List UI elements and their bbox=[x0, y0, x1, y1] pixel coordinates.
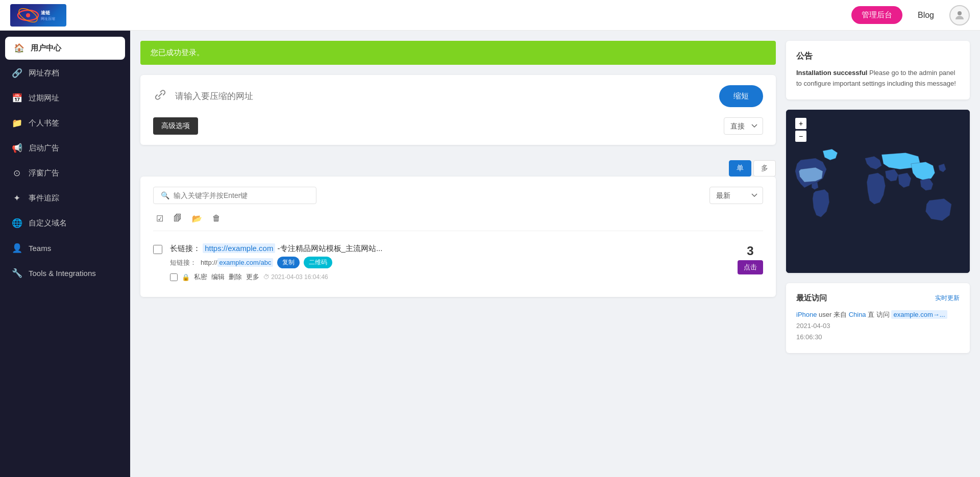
content-area: 您已成功登录。 缩短 高级选项 bbox=[140, 41, 970, 353]
announcement-title: 公告 bbox=[796, 51, 960, 62]
privacy-checkbox[interactable] bbox=[170, 273, 178, 281]
visit-item: iPhone user 来自 China 直 访问 example.com→..… bbox=[796, 309, 960, 343]
select-all-icon[interactable]: ☑ bbox=[153, 212, 166, 225]
recent-title: 最近访问 bbox=[796, 293, 827, 303]
links-card: 🔍 最新 最旧 最多点击 ☑ 🗐 📂 🗑 bbox=[140, 177, 776, 297]
top-nav: 速链 网址压缩 管理后台 Blog bbox=[0, 0, 980, 31]
short-url-label: 短链接： bbox=[170, 258, 197, 267]
time-text: 2021-04-03 16:04:46 bbox=[271, 273, 328, 281]
delete-action-icon[interactable]: 🗑 bbox=[209, 212, 224, 225]
long-url-suffix: -专注精品网站模板_主流网站... bbox=[278, 244, 383, 253]
click-button[interactable]: 点击 bbox=[738, 260, 763, 274]
announcement-bold: Installation successful bbox=[796, 69, 867, 77]
right-panel: 公告 Installation successful Please go to … bbox=[776, 41, 970, 353]
calendar-icon: 📅 bbox=[11, 93, 22, 104]
advanced-options-button[interactable]: 高级选项 bbox=[153, 117, 198, 135]
copy-action-icon[interactable]: 🗐 bbox=[170, 212, 185, 225]
megaphone-icon: 📢 bbox=[11, 143, 22, 154]
sidebar-label-tools: Tools & Integrations bbox=[29, 269, 96, 278]
success-text: 您已成功登录。 bbox=[151, 48, 204, 57]
sidebar-item-event-track[interactable]: ✦ 事件追踪 bbox=[0, 186, 130, 211]
svg-text:速链: 速链 bbox=[41, 10, 51, 15]
sidebar-label-teams: Teams bbox=[29, 244, 51, 253]
blog-link[interactable]: Blog bbox=[918, 11, 934, 20]
center-area: 您已成功登录。 缩短 高级选项 bbox=[140, 41, 776, 353]
url-input-row: 缩短 bbox=[153, 85, 763, 107]
more-button[interactable]: 更多 bbox=[246, 272, 259, 282]
sidebar-label-launch-ads: 启动广告 bbox=[29, 143, 59, 153]
options-row: 高级选项 直接 跳转 框架 bbox=[153, 117, 763, 135]
sidebar-item-custom-domain[interactable]: 🌐 自定义域名 bbox=[0, 211, 130, 236]
search-icon: 🔍 bbox=[161, 191, 169, 199]
tab-multi[interactable]: 多 bbox=[753, 160, 776, 177]
svg-text:网址压缩: 网址压缩 bbox=[41, 17, 55, 20]
long-url: 长链接： https://example.com -专注精品网站模板_主流网站.… bbox=[170, 244, 730, 254]
folder-action-icon[interactable]: 📂 bbox=[189, 212, 205, 225]
map-zoom-in[interactable]: + bbox=[795, 118, 806, 129]
short-url-domain: example.com/abc bbox=[217, 258, 274, 267]
link-checkbox[interactable] bbox=[153, 245, 162, 254]
redirect-select[interactable]: 直接 跳转 框架 bbox=[724, 117, 763, 135]
url-input[interactable] bbox=[175, 91, 712, 102]
delete-button[interactable]: 删除 bbox=[229, 272, 242, 282]
short-url-text: http://example.com/abc bbox=[201, 259, 273, 266]
announcement-text: Installation successful Please go to the… bbox=[796, 68, 960, 89]
link-item: 长链接： https://example.com -专注精品网站模板_主流网站.… bbox=[153, 239, 763, 287]
recent-header: 最近访问 实时更新 bbox=[796, 293, 960, 303]
sidebar-item-url-archive[interactable]: 🔗 网址存档 bbox=[0, 61, 130, 86]
sidebar-label-url-archive: 网址存档 bbox=[29, 68, 59, 78]
avatar[interactable] bbox=[949, 5, 970, 26]
world-map bbox=[786, 110, 970, 273]
map-zoom-out[interactable]: − bbox=[795, 131, 806, 142]
sidebar-label-expired-url: 过期网址 bbox=[29, 93, 59, 103]
sidebar-item-user-center[interactable]: 🏠 用户中心 bbox=[5, 37, 125, 60]
shorten-button[interactable]: 缩短 bbox=[719, 85, 763, 107]
map-card: + − bbox=[786, 110, 970, 273]
copy-button[interactable]: 复制 bbox=[277, 257, 300, 268]
sidebar-label-event-track: 事件追踪 bbox=[29, 193, 59, 203]
sidebar-item-expired-url[interactable]: 📅 过期网址 bbox=[0, 86, 130, 111]
visit-country: China bbox=[849, 311, 866, 318]
announcement-card: 公告 Installation successful Please go to … bbox=[786, 41, 970, 99]
success-message: 您已成功登录。 bbox=[140, 41, 776, 65]
qr-button[interactable]: 二维码 bbox=[304, 257, 332, 268]
link-content: 长链接： https://example.com -专注精品网站模板_主流网站.… bbox=[170, 244, 730, 282]
tab-row: 单 多 bbox=[140, 155, 776, 177]
visit-time: 16:06:30 bbox=[796, 333, 822, 341]
link-stats: 3 点击 bbox=[738, 244, 763, 274]
url-input-card: 缩短 高级选项 直接 跳转 框架 bbox=[140, 75, 776, 145]
search-box: 🔍 bbox=[153, 187, 316, 204]
lock-icon: 🔒 bbox=[182, 273, 190, 281]
realtime-badge[interactable]: 实时更新 bbox=[935, 294, 960, 303]
folder-icon: 📁 bbox=[11, 118, 22, 129]
sidebar-label-float-ads: 浮窗广告 bbox=[29, 168, 59, 178]
sidebar-label-custom-domain: 自定义域名 bbox=[29, 218, 67, 228]
svg-point-2 bbox=[26, 13, 30, 17]
sidebar-item-tools[interactable]: 🔧 Tools & Integrations bbox=[0, 261, 130, 286]
short-url-base: http:// bbox=[201, 259, 217, 266]
recent-visits-card: 最近访问 实时更新 iPhone user 来自 China 直 访问 exam… bbox=[786, 283, 970, 353]
sort-select[interactable]: 最新 最旧 最多点击 bbox=[709, 187, 763, 204]
search-filter-row: 🔍 最新 最旧 最多点击 bbox=[153, 187, 763, 204]
sidebar: 🏠 用户中心 🔗 网址存档 📅 过期网址 📁 个人书签 📢 启动广告 ⊙ 浮窗广… bbox=[0, 31, 130, 477]
track-icon: ✦ bbox=[11, 193, 22, 204]
action-bar: ☑ 🗐 📂 🗑 bbox=[153, 212, 763, 231]
layout: 🏠 用户中心 🔗 网址存档 📅 过期网址 📁 个人书签 📢 启动广告 ⊙ 浮窗广… bbox=[0, 0, 980, 477]
admin-button[interactable]: 管理后台 bbox=[851, 6, 902, 24]
visit-date: 2021-04-03 bbox=[796, 322, 830, 330]
sidebar-item-launch-ads[interactable]: 📢 启动广告 bbox=[0, 136, 130, 161]
search-input[interactable] bbox=[174, 191, 309, 199]
globe-icon: 🌐 bbox=[11, 218, 22, 229]
visit-device: iPhone bbox=[796, 311, 817, 318]
sidebar-item-teams[interactable]: 👤 Teams bbox=[0, 236, 130, 261]
home-icon: 🏠 bbox=[13, 43, 24, 54]
sidebar-item-float-ads[interactable]: ⊙ 浮窗广告 bbox=[0, 161, 130, 186]
click-count: 3 bbox=[747, 244, 753, 258]
float-icon: ⊙ bbox=[11, 168, 22, 179]
link-actions: 🔒 私密 编辑 删除 更多 ⏱ 2021-04-03 16:04:46 bbox=[170, 272, 730, 282]
sidebar-item-bookmarks[interactable]: 📁 个人书签 bbox=[0, 111, 130, 136]
privacy-label: 私密 bbox=[194, 272, 207, 282]
tab-single[interactable]: 单 bbox=[729, 160, 751, 177]
edit-button[interactable]: 编辑 bbox=[211, 272, 225, 282]
visit-user-label: user 来自 bbox=[819, 311, 849, 318]
